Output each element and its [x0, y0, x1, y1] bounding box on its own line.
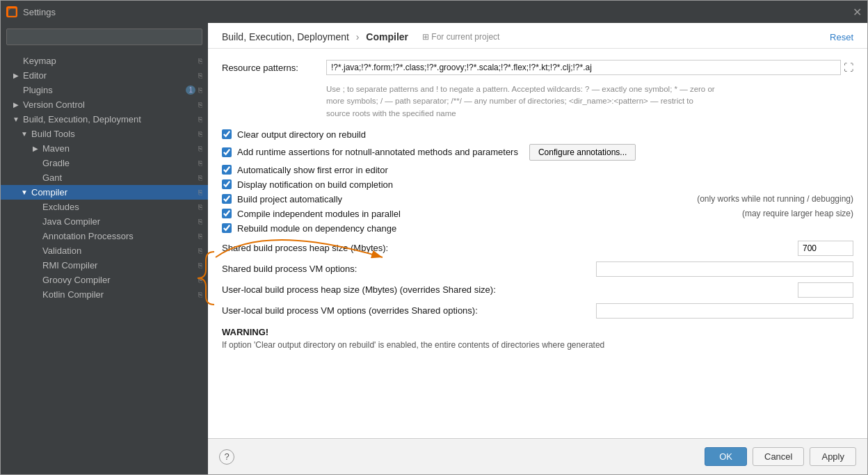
sidebar-item-groovy-compiler[interactable]: Groovy Compiler ⎘: [1, 273, 208, 287]
app-icon: ⬛: [6, 6, 17, 17]
sidebar-item-label: Maven: [42, 143, 195, 154]
sidebar-item-label: Validation: [42, 245, 195, 256]
compile-parallel-note: (may require larger heap size): [728, 209, 853, 218]
copy-icon: ⎘: [198, 188, 202, 196]
shared-vm-label: Shared build process VM options:: [222, 264, 596, 274]
copy-icon: ⎘: [198, 276, 202, 284]
checkbox-row-runtime-assertions: Add runtime assertions for notnull-annot…: [222, 144, 853, 161]
sidebar-item-validation[interactable]: Validation ⎘: [1, 243, 208, 258]
copy-icon: ⎘: [198, 130, 202, 138]
copy-icon: ⎘: [198, 247, 202, 255]
copy-icon: ⎘: [198, 159, 202, 167]
warning-title: WARNING!: [222, 327, 853, 337]
cancel-button[interactable]: Cancel: [753, 447, 804, 466]
sidebar-item-plugins[interactable]: Plugins 1 ⎘: [1, 83, 208, 97]
build-automatically-note: (only works while not running / debuggin…: [683, 194, 853, 204]
ok-button[interactable]: OK: [705, 447, 747, 466]
checkbox-row-clear-output: Clear output directory on rebuild: [222, 129, 853, 140]
clear-output-checkbox[interactable]: [222, 129, 232, 139]
sidebar-item-label: Groovy Compiler: [42, 275, 195, 285]
resource-patterns-input[interactable]: [326, 60, 841, 75]
user-vm-input[interactable]: [596, 303, 853, 319]
sidebar-item-editor[interactable]: ▶ Editor ⎘: [1, 68, 208, 83]
expand-icon: ▼: [20, 188, 29, 197]
copy-icon: ⎘: [198, 203, 202, 211]
sidebar-item-annotation-processors[interactable]: Annotation Processors ⎘: [1, 229, 208, 243]
rebuild-dependency-label: Rebuild module on dependency change: [237, 223, 396, 234]
expand-icon: [31, 291, 40, 299]
expand-icon: [31, 261, 40, 270]
expand-icon: ▶: [12, 72, 20, 80]
breadcrumb-current: Compiler: [366, 31, 408, 42]
sidebar-item-excludes[interactable]: Excludes ⎘: [1, 200, 208, 214]
expand-icon: [31, 247, 40, 255]
sidebar-item-version-control[interactable]: ▶ Version Control ⎘: [1, 97, 208, 112]
shared-vm-input[interactable]: [596, 261, 853, 277]
bottom-bar: ? OK Cancel Apply: [208, 438, 867, 474]
shared-heap-label: Shared build process heap size (Mbytes):: [222, 243, 798, 253]
sidebar-item-compiler[interactable]: ▼ Compiler ⎘: [1, 185, 208, 200]
expand-icon: [31, 218, 40, 226]
sidebar-tree: Keymap ⎘ ▶ Editor ⎘ Plugins 1 ⎘: [1, 51, 208, 474]
copy-icon: ⎘: [198, 261, 202, 269]
rebuild-dependency-checkbox[interactable]: [222, 223, 232, 233]
sidebar-item-label: Keymap: [23, 56, 195, 66]
build-automatically-checkbox[interactable]: [222, 194, 232, 204]
sidebar-item-build-tools[interactable]: ▼ Build Tools ⎘: [1, 127, 208, 141]
sidebar-item-label: Gant: [42, 172, 195, 183]
expand-icon: [12, 57, 20, 65]
configure-annotations-button[interactable]: Configure annotations...: [529, 144, 636, 161]
search-input[interactable]: [6, 29, 202, 45]
sidebar-item-gant[interactable]: Gant ⎘: [1, 170, 208, 185]
runtime-assertions-checkbox[interactable]: [222, 147, 232, 157]
clear-output-label: Clear output directory on rebuild: [237, 129, 366, 140]
resource-patterns-label: Resource patterns:: [222, 60, 326, 73]
user-vm-row: User-local build process VM options (ove…: [222, 303, 853, 319]
sidebar-item-rmi-compiler[interactable]: RMI Compiler ⎘: [1, 258, 208, 273]
copy-icon: ⎘: [198, 145, 202, 152]
content-panel: Build, Execution, Deployment › Compiler …: [208, 23, 867, 474]
compile-parallel-checkbox[interactable]: [222, 209, 232, 218]
copy-icon: ⎘: [198, 101, 202, 108]
user-heap-input[interactable]: [798, 282, 853, 298]
sidebar-item-label: Compiler: [31, 187, 195, 198]
sidebar-item-label: Plugins: [23, 85, 182, 95]
expand-resource-button[interactable]: ⛶: [844, 62, 853, 73]
bottom-left: ?: [219, 449, 234, 465]
sidebar-item-kotlin-compiler[interactable]: Kotlin Compiler ⎘: [1, 287, 208, 302]
expand-icon: [31, 159, 40, 168]
shared-heap-input[interactable]: [798, 241, 853, 256]
checkbox-row-build-automatically: Build project automatically (only works …: [222, 194, 853, 204]
show-first-error-label: Automatically show first error in editor: [237, 165, 388, 175]
window-title: Settings: [23, 7, 853, 17]
breadcrumb: Build, Execution, Deployment › Compiler: [222, 31, 408, 42]
title-bar: ⬛ Settings ✕: [1, 1, 867, 23]
sidebar-item-label: Kotlin Compiler: [42, 289, 195, 300]
sidebar-item-maven[interactable]: ▶ Maven ⎘: [1, 141, 208, 156]
expand-icon: ▶: [31, 145, 40, 153]
expand-icon: [31, 203, 40, 211]
sidebar-item-keymap[interactable]: Keymap ⎘: [1, 54, 208, 68]
sidebar: Keymap ⎘ ▶ Editor ⎘ Plugins 1 ⎘: [1, 23, 208, 474]
close-button[interactable]: ✕: [853, 6, 862, 19]
help-button[interactable]: ?: [219, 449, 234, 465]
sidebar-item-java-compiler[interactable]: Java Compiler ⎘: [1, 214, 208, 229]
reset-button[interactable]: Reset: [830, 32, 853, 42]
breadcrumb-separator: ›: [356, 31, 362, 42]
resource-input-wrap: ⛶: [326, 60, 853, 75]
expand-icon: [12, 86, 20, 95]
settings-window: ⬛ Settings ✕ Keymap ⎘ ▶ Editor ⎘: [0, 0, 868, 475]
expand-icon: [31, 232, 40, 241]
sidebar-item-build-execution[interactable]: ▼ Build, Execution, Deployment ⎘: [1, 112, 208, 127]
resource-hint: Use ; to separate patterns and ! to nega…: [326, 83, 853, 120]
bottom-right: OK Cancel Apply: [705, 447, 856, 466]
display-notification-checkbox[interactable]: [222, 179, 232, 189]
sidebar-item-gradle[interactable]: Gradle ⎘: [1, 156, 208, 170]
sidebar-item-label: Build, Execution, Deployment: [23, 114, 195, 124]
apply-button[interactable]: Apply: [810, 447, 856, 466]
show-first-error-checkbox[interactable]: [222, 165, 232, 175]
compile-parallel-label: Compile independent modules in parallel: [237, 209, 401, 219]
sidebar-item-label: RMI Compiler: [42, 260, 195, 271]
checkbox-row-display-notification: Display notification on build completion: [222, 179, 853, 190]
copy-icon: ⎘: [198, 218, 202, 225]
